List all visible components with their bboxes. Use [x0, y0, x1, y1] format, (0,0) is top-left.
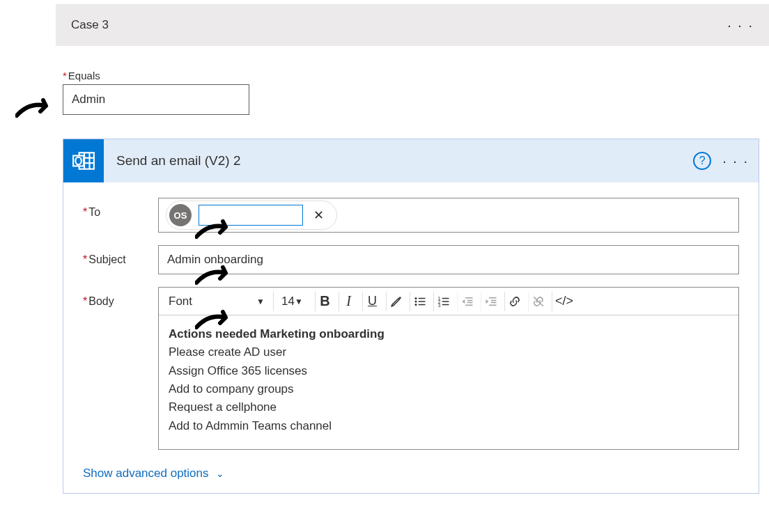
to-field[interactable]: OS ✕ [158, 198, 739, 233]
unlink-icon[interactable] [528, 292, 547, 311]
arrow-annotation-icon [15, 96, 57, 120]
body-heading: Actions needed Marketing onboarding [169, 325, 729, 343]
bold-button[interactable]: B [315, 292, 334, 311]
card-header[interactable]: Send an email (V2) 2 ? · · · [63, 139, 759, 182]
indent-icon[interactable] [481, 292, 500, 311]
subject-label: *Subject [83, 245, 158, 274]
link-icon[interactable] [504, 292, 524, 311]
show-advanced-link[interactable]: Show advanced options ⌄ [83, 467, 224, 480]
underline-button[interactable]: U [362, 292, 382, 311]
card-more-icon[interactable]: · · · [722, 153, 749, 169]
chevron-down-icon: ▼ [295, 297, 303, 306]
recipient-pill[interactable]: OS ✕ [166, 201, 337, 230]
color-picker-icon[interactable] [386, 292, 405, 311]
svg-point-7 [398, 297, 401, 299]
avatar: OS [169, 204, 192, 226]
svg-marker-24 [462, 299, 465, 304]
case-title: Case 3 [71, 18, 109, 32]
close-icon[interactable]: ✕ [310, 207, 327, 224]
svg-point-9 [414, 300, 417, 302]
card-title: Send an email (V2) 2 [116, 153, 693, 169]
equals-input[interactable] [63, 84, 249, 115]
body-line: Add to Admmin Teams channel [169, 417, 729, 435]
to-input[interactable] [199, 205, 303, 226]
font-size-select[interactable]: 14 ▼ [273, 292, 311, 311]
body-line: Please create AD user [169, 343, 729, 361]
body-line: Request a cellphone [169, 398, 729, 416]
body-content[interactable]: Actions needed Marketing onboarding Plea… [159, 315, 738, 449]
rich-text-editor: Font ▼ 14 ▼ B I U [158, 287, 739, 450]
more-icon[interactable]: · · · [727, 17, 754, 33]
case-header[interactable]: Case 3 · · · [56, 4, 769, 46]
body-line: Add to company groups [169, 380, 729, 398]
body-line: Assign Office 365 licenses [169, 362, 729, 380]
to-label: *To [83, 198, 158, 233]
svg-point-10 [414, 304, 417, 306]
outlook-icon [63, 139, 104, 182]
outdent-icon[interactable] [457, 292, 476, 311]
numbered-list-icon[interactable]: 123 [433, 292, 453, 311]
chevron-down-icon: ⌄ [216, 468, 224, 479]
send-email-card: Send an email (V2) 2 ? · · · *To OS ✕ [63, 139, 759, 494]
bullet-list-icon[interactable] [410, 292, 429, 311]
svg-marker-29 [486, 299, 488, 304]
body-label: *Body [83, 287, 158, 450]
svg-text:3: 3 [437, 303, 440, 308]
equals-label: *Equals [63, 70, 769, 81]
code-view-icon[interactable]: </> [552, 292, 576, 311]
rte-toolbar: Font ▼ 14 ▼ B I U [159, 288, 738, 315]
svg-point-8 [414, 297, 417, 299]
italic-button[interactable]: I [339, 292, 358, 311]
font-select[interactable]: Font ▼ [164, 292, 269, 311]
help-icon[interactable]: ? [693, 152, 711, 170]
subject-input[interactable] [158, 245, 739, 274]
chevron-down-icon: ▼ [256, 297, 265, 306]
